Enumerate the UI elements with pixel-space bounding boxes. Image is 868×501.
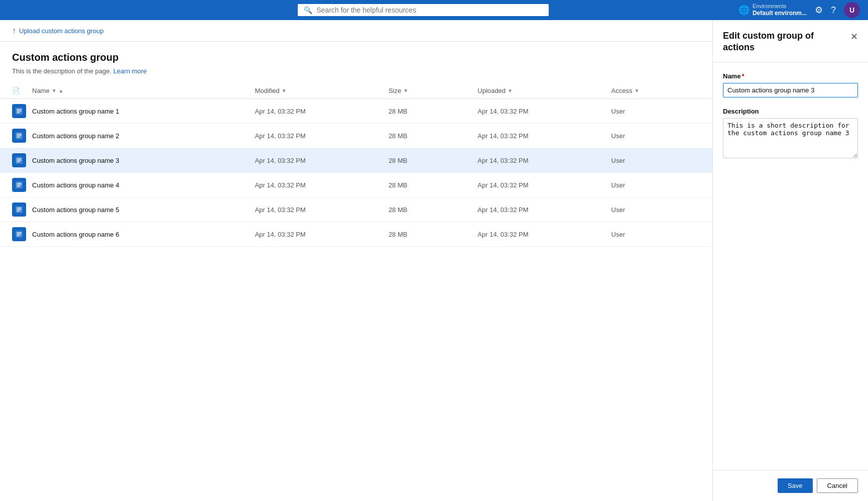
header-name[interactable]: Name ▼ ▲ <box>32 87 255 94</box>
row-size: 28 MB <box>389 231 477 238</box>
environment-icon: 🌐 <box>738 5 750 16</box>
required-marker: * <box>741 72 744 80</box>
search-box[interactable]: 🔍 <box>298 4 549 16</box>
environment-selector[interactable]: 🌐 Environments Default environm... <box>738 3 807 17</box>
side-panel: Edit custom group of actions ✕ Name* Des… <box>712 20 868 501</box>
close-panel-button[interactable]: ✕ <box>850 31 858 42</box>
page-title: Custom actions group <box>12 52 700 63</box>
header-access[interactable]: Access ▼ <box>611 87 700 94</box>
modified-sort-icon: ▼ <box>282 88 287 93</box>
panel-header: Edit custom group of actions ✕ <box>713 20 868 62</box>
content-area: ↑ Upload custom actions group Custom act… <box>0 20 712 501</box>
row-uploaded: Apr 14, 03:32 PM <box>477 231 611 238</box>
nav-right: 🌐 Environments Default environm... ⚙ ? U <box>738 2 860 18</box>
row-name: Custom actions group name 4 <box>32 181 255 189</box>
upload-button[interactable]: ↑ Upload custom actions group <box>12 26 103 35</box>
row-name: Custom actions group name 6 <box>32 231 255 238</box>
header-size-label: Size <box>389 87 401 94</box>
page-header: Custom actions group This is the descrip… <box>0 42 712 75</box>
row-size: 28 MB <box>389 108 477 115</box>
table-row[interactable]: Custom actions group name 3 Apr 14, 03:3… <box>0 148 712 173</box>
row-size: 28 MB <box>389 132 477 140</box>
settings-button[interactable]: ⚙ <box>815 5 823 16</box>
header-uploaded[interactable]: Uploaded ▼ <box>477 87 611 94</box>
row-access: User <box>611 181 700 189</box>
table-body: Custom actions group name 1 Apr 14, 03:3… <box>0 99 712 247</box>
table-row[interactable]: Custom actions group name 4 Apr 14, 03:3… <box>0 173 712 197</box>
header-uploaded-label: Uploaded <box>477 87 506 94</box>
toolbar: ↑ Upload custom actions group <box>0 20 712 42</box>
file-type-icon <box>12 104 26 118</box>
table-row[interactable]: Custom actions group name 5 Apr 14, 03:3… <box>0 197 712 222</box>
access-sort-icon: ▼ <box>634 88 639 93</box>
size-sort-icon: ▼ <box>403 88 408 93</box>
name-field-label: Name* <box>723 72 858 80</box>
row-access: User <box>611 132 700 140</box>
environment-text: Environments Default environm... <box>753 3 807 17</box>
avatar[interactable]: U <box>844 2 860 18</box>
file-icon-cell <box>12 153 32 167</box>
row-size: 28 MB <box>389 206 477 214</box>
upload-icon: ↑ <box>12 26 16 35</box>
file-type-icon <box>12 153 26 167</box>
file-header-icon: 📄 <box>12 87 20 94</box>
panel-title: Edit custom group of actions <box>723 30 846 54</box>
row-modified: Apr 14, 03:32 PM <box>255 157 389 164</box>
search-container: 🔍 <box>108 4 738 16</box>
row-uploaded: Apr 14, 03:32 PM <box>477 108 611 115</box>
upload-label: Upload custom actions group <box>19 27 103 35</box>
table-row[interactable]: Custom actions group name 6 Apr 14, 03:3… <box>0 222 712 247</box>
sort-down-icon: ▼ <box>52 88 57 93</box>
file-icon-cell <box>12 203 32 217</box>
search-input[interactable] <box>316 6 543 14</box>
table-header: 📄 Name ▼ ▲ Modified ▼ Size ▼ Uploaded <box>0 83 712 99</box>
search-icon: 🔍 <box>304 6 312 14</box>
uploaded-sort-icon: ▼ <box>508 88 513 93</box>
row-modified: Apr 14, 03:32 PM <box>255 231 389 238</box>
row-modified: Apr 14, 03:32 PM <box>255 181 389 189</box>
row-name: Custom actions group name 1 <box>32 108 255 115</box>
learn-more-link[interactable]: Learn more <box>113 67 147 75</box>
header-size[interactable]: Size ▼ <box>389 87 477 94</box>
top-navigation: 🔍 🌐 Environments Default environm... ⚙ ?… <box>0 0 868 20</box>
row-uploaded: Apr 14, 03:32 PM <box>477 132 611 140</box>
environment-label: Environments <box>753 3 807 10</box>
panel-footer: Save Cancel <box>713 470 868 501</box>
file-type-icon <box>12 178 26 192</box>
table-row[interactable]: Custom actions group name 2 Apr 14, 03:3… <box>0 124 712 148</box>
row-access: User <box>611 157 700 164</box>
header-name-label: Name <box>32 87 50 94</box>
file-type-icon <box>12 129 26 143</box>
table-row[interactable]: Custom actions group name 1 Apr 14, 03:3… <box>0 99 712 124</box>
file-icon-cell <box>12 178 32 192</box>
main-layout: ↑ Upload custom actions group Custom act… <box>0 20 868 501</box>
environment-name: Default environm... <box>753 10 807 17</box>
file-icon-cell <box>12 227 32 241</box>
name-field-group: Name* <box>723 72 858 97</box>
file-type-icon <box>12 203 26 217</box>
file-table: 📄 Name ▼ ▲ Modified ▼ Size ▼ Uploaded <box>0 83 712 501</box>
description-field-group: Description <box>723 108 858 160</box>
row-name: Custom actions group name 3 <box>32 157 255 164</box>
row-name: Custom actions group name 5 <box>32 206 255 214</box>
header-access-label: Access <box>611 87 633 94</box>
header-modified-label: Modified <box>255 87 280 94</box>
file-icon-cell <box>12 104 32 118</box>
header-icon-col: 📄 <box>12 87 32 94</box>
save-button[interactable]: Save <box>778 478 813 493</box>
row-uploaded: Apr 14, 03:32 PM <box>477 157 611 164</box>
panel-body: Name* Description <box>713 62 868 470</box>
header-modified[interactable]: Modified ▼ <box>255 87 389 94</box>
cancel-button[interactable]: Cancel <box>817 478 858 493</box>
row-size: 28 MB <box>389 181 477 189</box>
help-button[interactable]: ? <box>831 5 836 16</box>
row-name: Custom actions group name 2 <box>32 132 255 140</box>
row-access: User <box>611 108 700 115</box>
page-description: This is the description of the page. Lea… <box>12 67 700 75</box>
file-type-icon <box>12 227 26 241</box>
row-uploaded: Apr 14, 03:32 PM <box>477 181 611 189</box>
description-field-textarea[interactable] <box>723 118 858 158</box>
row-access: User <box>611 206 700 214</box>
row-modified: Apr 14, 03:32 PM <box>255 206 389 214</box>
name-field-input[interactable] <box>723 83 858 97</box>
